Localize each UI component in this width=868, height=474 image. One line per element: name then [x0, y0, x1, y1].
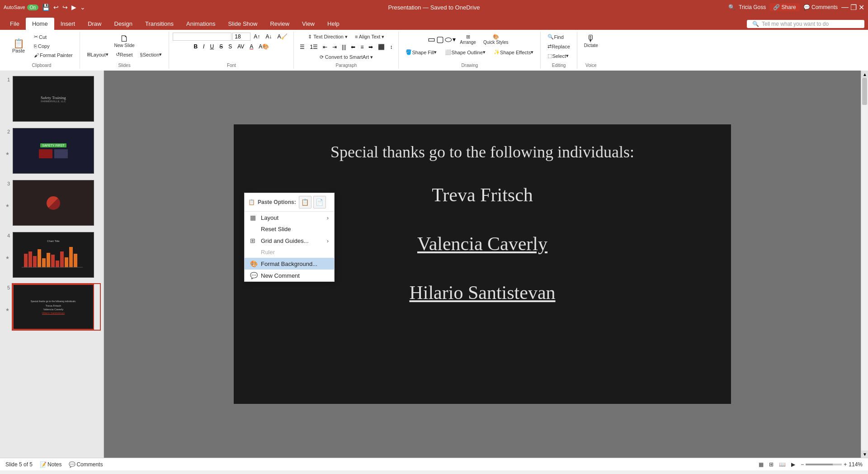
align-text-button[interactable]: ≡ Align Text ▾ [352, 33, 387, 41]
section-button[interactable]: § Section ▾ [137, 50, 165, 59]
zoom-slider[interactable] [806, 464, 842, 465]
view-slidesorter-button[interactable]: ⊞ [769, 461, 774, 468]
slide-img-5[interactable]: Special thanks go to the following indiv… [12, 283, 101, 331]
char-spacing-button[interactable]: AV [235, 43, 246, 51]
tab-transitions[interactable]: Transitions [139, 18, 180, 30]
highlight-button[interactable]: A🎨 [256, 43, 271, 51]
find-button[interactable]: 🔍 Find [544, 33, 566, 41]
slide-thumb-5[interactable]: 5 ★ Special thanks go to the following i… [2, 282, 102, 332]
zoom-out-button[interactable]: − [801, 461, 804, 468]
shape-more[interactable]: ▾ [453, 36, 456, 43]
arrange-button[interactable]: ⊞ Arrange [457, 33, 479, 46]
search-box[interactable]: 🔍 Tell me what you want to do [747, 20, 864, 28]
numbering-button[interactable]: 1☰ [307, 43, 320, 51]
paste-icon-2[interactable]: 📄 [313, 196, 326, 209]
slide-thumb-4[interactable]: 4 ★ Chart Title [2, 230, 102, 280]
paste-icon-1[interactable]: 📋 [299, 196, 311, 209]
tab-home[interactable]: Home [26, 18, 54, 30]
more-qa-icon[interactable]: ⌄ [79, 3, 86, 12]
copy-button[interactable]: ⎘ Copy [31, 42, 76, 50]
tab-insert[interactable]: Insert [54, 18, 82, 30]
italic-button[interactable]: I [201, 43, 207, 51]
present-icon[interactable]: ▶ [71, 3, 77, 12]
context-layout[interactable]: ▦ Layout › [245, 212, 334, 223]
save-icon[interactable]: 💾 [41, 3, 51, 12]
slide-thumb-2[interactable]: 2 ★ SAFETY FIRST [2, 126, 102, 175]
scroll-up-arrow[interactable]: ▲ [861, 71, 868, 78]
view-presenter-button[interactable]: ▶ [791, 461, 795, 468]
slide-img-1[interactable]: Safety Training FARMERVILLE, LLC [12, 75, 101, 123]
slide-img-2[interactable]: SAFETY FIRST [12, 127, 101, 175]
main-slide-area[interactable]: Special thanks go to the following indiv… [104, 71, 861, 458]
comments-button[interactable]: 💬 Comments [69, 461, 103, 468]
view-reading-button[interactable]: 📖 [779, 461, 786, 468]
align-left-button[interactable]: ⬅ [349, 43, 358, 51]
font-size-increase[interactable]: A↑ [251, 33, 262, 41]
font-size-input[interactable] [232, 33, 250, 41]
new-slide-button[interactable]: 🗋 New Slide [111, 33, 138, 49]
cut-button[interactable]: ✂ Cut [31, 33, 76, 41]
layout-button[interactable]: ⊞ Layout ▾ [84, 50, 112, 59]
autosave-state[interactable]: On [27, 5, 38, 10]
format-painter-button[interactable]: 🖌 Format Painter [31, 51, 76, 59]
strikethrough-button[interactable]: S [217, 43, 225, 51]
shape-outline-button[interactable]: ⬜ Shape Outline ▾ [442, 48, 489, 57]
comments-icon[interactable]: 💬 Comments [803, 4, 838, 10]
context-grid-guides[interactable]: ⊞ Grid and Guides... › [245, 235, 334, 246]
tab-review[interactable]: Review [264, 18, 296, 30]
scroll-track[interactable] [861, 78, 868, 450]
view-normal-button[interactable]: ▦ [759, 461, 764, 468]
context-format-background[interactable]: 🎨 Format Background... [245, 258, 334, 270]
decrease-indent-button[interactable]: ⇤ [321, 43, 330, 51]
align-center-button[interactable]: ≡ [358, 43, 366, 51]
scroll-thumb[interactable] [862, 78, 867, 105]
text-direction-button[interactable]: ⇕ Text Direction ▾ [305, 33, 351, 41]
tab-help[interactable]: Help [321, 18, 346, 30]
shadow-button[interactable]: S [226, 43, 234, 51]
restore-button[interactable]: ❐ [850, 3, 857, 12]
notes-button[interactable]: 📝 Notes [40, 461, 61, 468]
paste-button[interactable]: 📋 Paste [7, 38, 30, 55]
tab-slideshow[interactable]: Slide Show [222, 18, 264, 30]
tab-animations[interactable]: Animations [180, 18, 222, 30]
zoom-in-button[interactable]: + [844, 461, 847, 468]
share-icon[interactable]: 🔗 Share [769, 3, 799, 11]
justify-button[interactable]: ⬛ [376, 43, 387, 51]
undo-icon[interactable]: ↩ [52, 3, 60, 12]
slide-img-4[interactable]: Chart Title [12, 231, 101, 279]
shape-oval[interactable]: ⬭ [445, 35, 452, 44]
minimize-button[interactable]: — [841, 3, 849, 12]
select-button[interactable]: ⬚ Select ▾ [544, 52, 572, 60]
autosave-toggle[interactable]: AutoSave On [4, 5, 38, 10]
font-color-button[interactable]: A [247, 43, 255, 51]
shape-fill-button[interactable]: 🪣 Shape Fill ▾ [402, 48, 440, 57]
shape-rect[interactable]: ▭ [428, 34, 435, 44]
font-size-decrease[interactable]: A↓ [263, 33, 274, 41]
clear-formatting-button[interactable]: A🧹 [275, 33, 290, 41]
scroll-down-arrow[interactable]: ▼ [861, 450, 868, 458]
close-button[interactable]: ✕ [859, 3, 864, 12]
font-name-input[interactable] [173, 33, 231, 41]
right-scrollbar[interactable]: ▲ ▼ [861, 71, 868, 458]
line-spacing-button[interactable]: ↕ [387, 43, 395, 51]
increase-indent-button[interactable]: ⇥ [330, 43, 339, 51]
shape-rrect[interactable]: ▢ [436, 34, 444, 44]
convert-smartart-button[interactable]: ⟳ Convert to SmartArt ▾ [316, 53, 376, 62]
quick-styles-button[interactable]: 🎨 Quick Styles [480, 33, 512, 46]
context-new-comment[interactable]: 💬 New Comment [245, 270, 334, 281]
bold-button[interactable]: B [191, 43, 200, 51]
slide-thumb-1[interactable]: 1 Safety Training FARMERVILLE, LLC [2, 74, 102, 123]
tab-view[interactable]: View [296, 18, 321, 30]
replace-button[interactable]: ⇄ Replace [544, 42, 573, 51]
align-right-button[interactable]: ➡ [366, 43, 375, 51]
tab-design[interactable]: Design [108, 18, 139, 30]
cols-button[interactable]: ||| [340, 43, 348, 51]
tab-draw[interactable]: Draw [81, 18, 108, 30]
reset-button[interactable]: ↺ Reset [113, 50, 136, 59]
context-reset-slide[interactable]: Reset Slide [245, 223, 334, 235]
shape-effects-button[interactable]: ✨ Shape Effects ▾ [491, 48, 537, 57]
dictate-button[interactable]: 🎙 Dictate [581, 33, 601, 49]
slide-img-3[interactable] [12, 179, 101, 227]
underline-button[interactable]: U [208, 43, 216, 51]
tab-file[interactable]: File [4, 18, 26, 30]
